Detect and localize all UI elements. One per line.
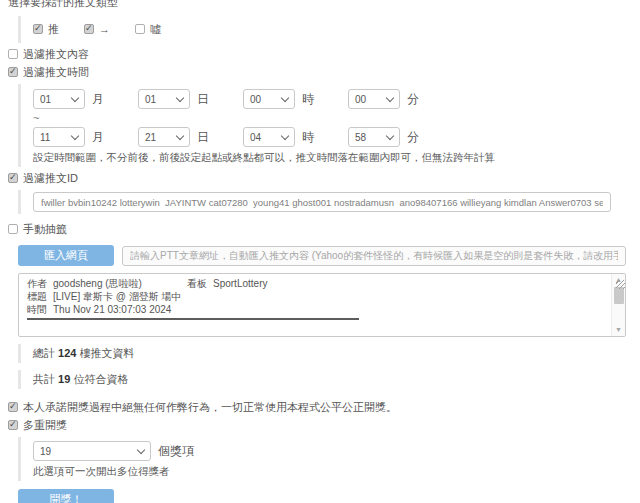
- filter-id-checkbox[interactable]: [8, 173, 18, 183]
- push-type-group: 推 → 噓: [18, 16, 640, 43]
- chevron-down-icon: [386, 131, 394, 139]
- minute-unit-label: 分: [407, 92, 419, 106]
- filter-content-row: 過濾推文內容: [8, 48, 640, 61]
- from-day-select[interactable]: 01: [138, 89, 190, 109]
- minute-unit-label: 分: [407, 130, 419, 144]
- range-tilde: ~: [33, 112, 640, 124]
- filter-content-checkbox[interactable]: [8, 49, 18, 59]
- total-prefix: 總計: [33, 347, 55, 359]
- scrollbar-thumb[interactable]: [614, 287, 624, 304]
- prize-count-value: 19: [40, 446, 51, 457]
- manual-draw-checkbox[interactable]: [8, 224, 18, 234]
- pledge-row: 本人承諾開獎過程中絕無任何作弊行為，一切正常使用本程式公平公正開獎。: [8, 401, 640, 414]
- title-value: [LIVE] 韋斯卡 @ 溜登斯 場中: [53, 291, 182, 302]
- filter-time-row: 過濾推文時間: [8, 66, 640, 79]
- day-unit-label: 日: [197, 130, 209, 144]
- to-hour-value: 04: [250, 132, 261, 143]
- chevron-down-icon: [386, 93, 394, 101]
- time-label: 時間: [27, 304, 47, 315]
- hour-unit-label: 時: [302, 92, 314, 106]
- board-value: SportLottery: [213, 278, 267, 289]
- chevron-down-icon: [281, 131, 289, 139]
- total-count: 124: [58, 347, 76, 359]
- month-unit-label: 月: [92, 92, 104, 106]
- to-month-value: 11: [40, 132, 50, 143]
- scroll-down-icon[interactable]: ▼: [612, 324, 625, 336]
- to-minute-value: 58: [355, 132, 366, 143]
- from-month-value: 01: [40, 94, 51, 105]
- id-filter-group: [18, 190, 640, 214]
- arrow-checkbox[interactable]: [84, 24, 94, 34]
- filter-content-label: 過濾推文內容: [23, 48, 89, 60]
- import-row: 匯入網頁: [18, 245, 640, 266]
- from-month-select[interactable]: 01: [33, 89, 85, 109]
- push-label: 推: [48, 23, 59, 35]
- from-minute-value: 00: [355, 94, 366, 105]
- prize-unit-label: 個獎項: [158, 444, 194, 458]
- push-type-boo: 噓: [135, 23, 161, 35]
- push-type-section-label: 選擇要採計的推文類型: [8, 0, 640, 9]
- multi-draw-row: 多重開獎: [8, 419, 640, 432]
- article-content: 作者goodsheng (思啦啦)看板SportLottery 標題[LIVE]…: [19, 274, 625, 320]
- prize-count-select[interactable]: 19: [33, 441, 151, 461]
- from-minute-select[interactable]: 00: [348, 89, 400, 109]
- from-hour-select[interactable]: 00: [243, 89, 295, 109]
- ptt-url-input[interactable]: [122, 246, 626, 266]
- id-filter-input[interactable]: [33, 192, 611, 212]
- lottery-tool-page: 選擇要採計的推文類型 推 → 噓 過濾推文內容 過濾推文時間 01月01日00時…: [0, 0, 640, 503]
- boo-label: 噓: [150, 23, 161, 35]
- to-minute-select[interactable]: 58: [348, 127, 400, 147]
- month-unit-label: 月: [92, 130, 104, 144]
- boo-checkbox[interactable]: [135, 24, 145, 34]
- time-to-row: 11月21日04時58分: [33, 127, 640, 147]
- chevron-down-icon: [137, 445, 145, 453]
- article-divider: [27, 318, 359, 320]
- to-day-select[interactable]: 21: [138, 127, 190, 147]
- pledge-label: 本人承諾開獎過程中絕無任何作弊行為，一切正常使用本程式公平公正開獎。: [23, 401, 397, 413]
- chevron-down-icon: [71, 93, 79, 101]
- multi-draw-label: 多重開獎: [23, 419, 67, 431]
- board-label: 看板: [187, 278, 207, 289]
- prize-count-row: 19個獎項: [33, 441, 640, 461]
- push-checkbox[interactable]: [33, 24, 43, 34]
- total-suffix: 樓推文資料: [79, 347, 134, 359]
- manual-draw-row: 手動抽籤: [8, 223, 640, 236]
- pledge-checkbox[interactable]: [8, 402, 18, 412]
- total-stat-row: 總計 124 樓推文資料: [18, 344, 640, 363]
- author-value: goodsheng (思啦啦): [53, 278, 142, 289]
- filter-id-label: 過濾推文ID: [23, 172, 78, 184]
- filter-time-checkbox[interactable]: [8, 67, 18, 77]
- to-day-value: 21: [145, 132, 156, 143]
- hour-unit-label: 時: [302, 130, 314, 144]
- time-range-group: 01月01日00時00分 ~ 11月21日04時58分 設定時間範圍，不分前後，…: [18, 84, 640, 167]
- arrow-label: →: [99, 23, 110, 35]
- to-month-select[interactable]: 11: [33, 127, 85, 147]
- draw-button[interactable]: 開獎！: [18, 489, 114, 503]
- chevron-down-icon: [281, 93, 289, 101]
- chevron-down-icon: [71, 131, 79, 139]
- day-unit-label: 日: [197, 92, 209, 106]
- manual-draw-label: 手動抽籤: [23, 223, 67, 235]
- chevron-down-icon: [176, 93, 184, 101]
- chevron-down-icon: [176, 131, 184, 139]
- qualified-count: 19: [58, 373, 70, 385]
- from-hour-value: 00: [250, 94, 261, 105]
- time-value: Thu Nov 21 03:07:03 2024: [53, 304, 171, 315]
- push-type-arrow: →: [84, 23, 110, 35]
- to-hour-select[interactable]: 04: [243, 127, 295, 147]
- title-label: 標題: [27, 291, 47, 302]
- filter-time-label: 過濾推文時間: [23, 66, 89, 78]
- time-from-row: 01月01日00時00分: [33, 89, 640, 109]
- author-label: 作者: [27, 278, 47, 289]
- resize-grip-icon[interactable]: [616, 280, 625, 289]
- prize-count-group: 19個獎項 此選項可一次開出多位得獎者: [18, 437, 640, 481]
- article-textarea[interactable]: 作者goodsheng (思啦啦)看板SportLottery 標題[LIVE]…: [18, 273, 626, 337]
- multi-draw-checkbox[interactable]: [8, 420, 18, 430]
- import-page-button[interactable]: 匯入網頁: [18, 245, 114, 266]
- from-day-value: 01: [145, 94, 156, 105]
- qualified-prefix: 共計: [33, 373, 55, 385]
- push-type-push: 推: [33, 23, 59, 35]
- time-range-hint: 設定時間範圍，不分前後，前後設定起點或終點都可以，推文時間落在範圍內即可，但無法…: [33, 151, 640, 164]
- qualified-suffix: 位符合資格: [73, 373, 128, 385]
- filter-id-row: 過濾推文ID: [8, 172, 640, 185]
